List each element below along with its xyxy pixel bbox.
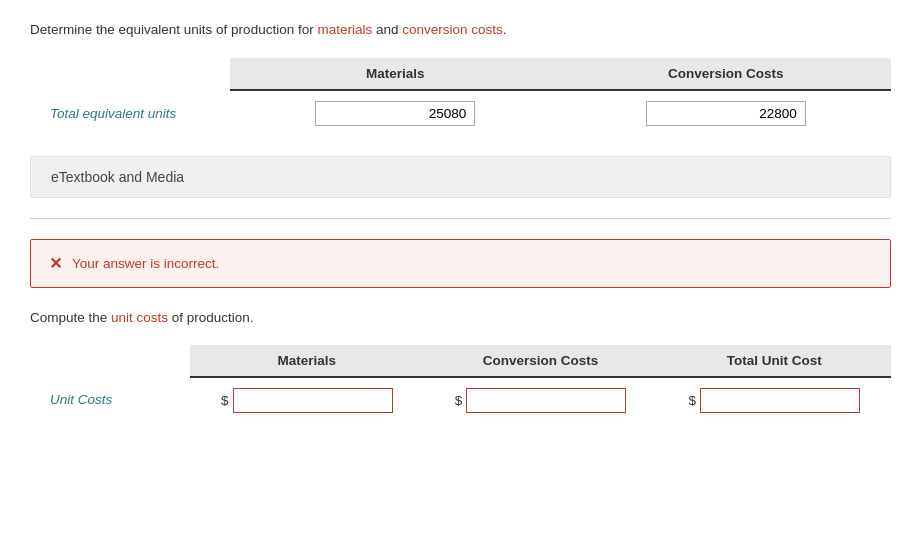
unit-conversion-cell: $ [424,377,658,423]
unit-total-input[interactable] [700,388,860,413]
bottom-instruction: Compute the unit costs of production. [30,308,891,328]
bottom-col-header-conversion: Conversion Costs [424,345,658,377]
total-dollar-group: $ [688,388,860,413]
col-header-empty [30,58,230,90]
top-instruction: Determine the equivalent units of produc… [30,20,891,40]
table-row: Total equivalent units [30,90,891,136]
materials-dollar-sign: $ [221,393,229,408]
row-label-unit-costs: Unit Costs [30,377,190,423]
unit-costs-row: Unit Costs $ $ $ [30,377,891,423]
unit-materials-cell: $ [190,377,424,423]
conversion-cell[interactable] [561,90,892,136]
row-label-total-equivalent: Total equivalent units [30,90,230,136]
unit-conversion-input[interactable] [466,388,626,413]
bottom-col-header-empty [30,345,190,377]
conversion-dollar-group: $ [455,388,627,413]
materials-input[interactable] [315,101,475,126]
col-header-conversion: Conversion Costs [561,58,892,90]
bottom-col-header-materials: Materials [190,345,424,377]
unit-total-cell: $ [657,377,891,423]
unit-materials-input[interactable] [233,388,393,413]
section-divider [30,218,891,219]
total-dollar-sign: $ [688,393,696,408]
conversion-dollar-sign: $ [455,393,463,408]
etextbook-bar[interactable]: eTextbook and Media [30,156,891,198]
materials-cell[interactable] [230,90,561,136]
conversion-input[interactable] [646,101,806,126]
error-icon: ✕ [49,254,62,273]
bottom-col-header-total: Total Unit Cost [657,345,891,377]
materials-dollar-group: $ [221,388,393,413]
top-table: Materials Conversion Costs Total equival… [30,58,891,136]
etextbook-label: eTextbook and Media [51,169,184,185]
error-message: Your answer is incorrect. [72,256,219,271]
col-header-materials: Materials [230,58,561,90]
error-box: ✕ Your answer is incorrect. [30,239,891,288]
bottom-table: Materials Conversion Costs Total Unit Co… [30,345,891,423]
